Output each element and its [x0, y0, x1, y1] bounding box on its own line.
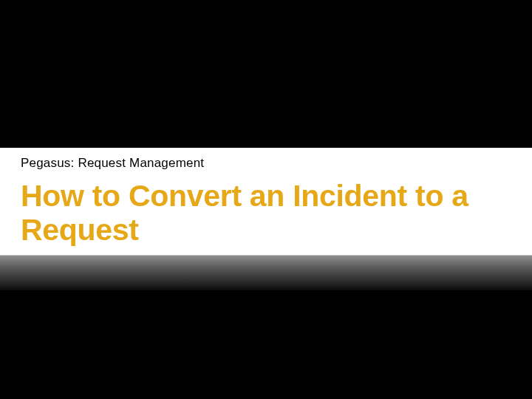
slide: Pegasus: Request Management How to Conve…	[0, 0, 532, 399]
slide-title: How to Convert an Incident to a Request	[0, 175, 532, 255]
content-band: Pegasus: Request Management How to Conve…	[0, 148, 532, 290]
slide-subtitle: Pegasus: Request Management	[0, 148, 532, 175]
gradient-divider	[0, 255, 532, 290]
